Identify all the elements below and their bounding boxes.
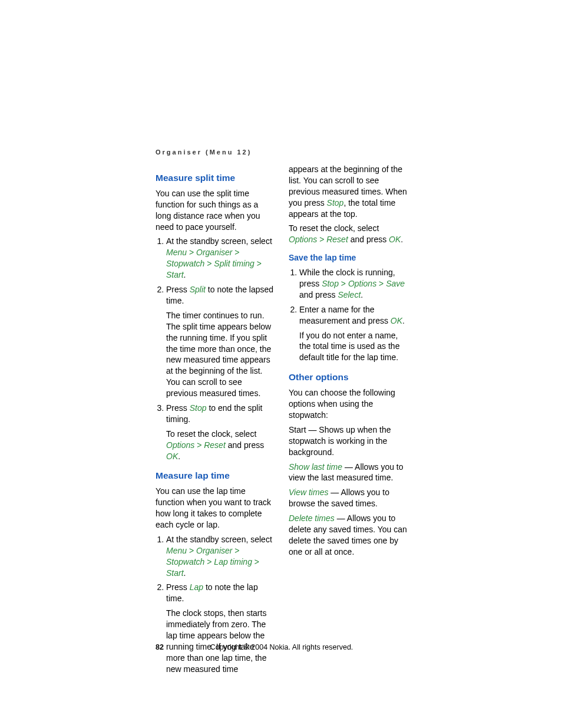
- ui-key: Stop: [322, 279, 339, 288]
- right-column: appears at the beginning of the list. Yo…: [289, 164, 408, 678]
- ui-key: Options: [348, 279, 376, 288]
- page-header: Organiser (Menu 12): [156, 149, 252, 156]
- heading-lap-time: Measure lap time: [156, 470, 275, 482]
- ui-key: Stopwatch: [166, 557, 204, 566]
- copyright-text: Copyright © 2004 Nokia. All rights reser…: [156, 643, 408, 651]
- list-item: Enter a name for the measurement and pre…: [299, 304, 408, 363]
- list-item: At the standby screen, select Menu > Org…: [166, 236, 275, 281]
- body-text: appears at the beginning of the list. Yo…: [289, 164, 408, 219]
- ui-key: Organiser: [196, 248, 232, 257]
- numbered-list: At the standby screen, select Menu > Org…: [156, 534, 275, 675]
- list-item: Press Stop to end the split timing. To r…: [166, 403, 275, 462]
- ui-key: Reset: [204, 440, 226, 450]
- body-text: If you do not enter a name, the total ti…: [299, 330, 408, 364]
- body-text: The clock stops, then starts immediately…: [166, 608, 275, 674]
- ui-key: OK: [391, 316, 402, 325]
- body-text: The timer continues to run. The split ti…: [166, 310, 275, 399]
- ui-key: Start: [166, 568, 184, 578]
- body-text: View times — Allows you to browse the sa…: [289, 487, 408, 509]
- ui-key: OK: [389, 235, 401, 244]
- list-item: Press Split to note the lapsed time. The…: [166, 284, 275, 399]
- ui-key: Stop: [190, 403, 207, 413]
- ui-key: Split: [190, 285, 206, 294]
- heading-split-time: Measure split time: [156, 172, 275, 185]
- list-item: Press Lap to note the lap time. The cloc…: [166, 582, 275, 674]
- body-text: Delete times — Allows you to delete any …: [289, 513, 408, 558]
- body-text: You can use the lap time function when y…: [156, 486, 275, 531]
- ui-key: Select: [338, 290, 361, 299]
- ui-key: Menu: [166, 248, 187, 257]
- ui-key: Stopwatch: [166, 259, 204, 268]
- ui-key: Show last time: [289, 462, 342, 472]
- ui-key: Organiser: [196, 546, 232, 555]
- list-item: While the clock is running, press Stop >…: [299, 267, 408, 301]
- body-text: Start — Shows up when the stopwatch is w…: [289, 424, 408, 458]
- left-column: Measure split time You can use the split…: [156, 164, 275, 678]
- body-text: You can use the split time function for …: [156, 188, 275, 233]
- ui-key: Options: [289, 235, 317, 244]
- ui-key: Menu: [166, 546, 187, 555]
- numbered-list: While the clock is running, press Stop >…: [289, 267, 408, 363]
- ui-key: Start: [166, 270, 184, 279]
- body-text: To reset the clock, select Options > Res…: [166, 429, 275, 462]
- body-text: To reset the clock, select Options > Res…: [289, 223, 408, 245]
- ui-key: Split timing: [214, 259, 254, 268]
- heading-save-lap: Save the lap time: [289, 252, 408, 263]
- heading-other-options: Other options: [289, 371, 408, 384]
- numbered-list: At the standby screen, select Menu > Org…: [156, 236, 275, 462]
- body-text: You can choose the following options whe…: [289, 387, 408, 421]
- ui-key: View times: [289, 487, 328, 497]
- ui-key: Delete times: [289, 513, 335, 523]
- ui-key: Save: [386, 279, 405, 288]
- ui-key: OK: [166, 452, 178, 461]
- ui-key: Lap timing: [214, 557, 252, 566]
- ui-key: Lap: [190, 582, 203, 592]
- ui-key: Options: [166, 440, 194, 450]
- ui-key: Reset: [326, 235, 348, 244]
- ui-key: Stop: [327, 198, 344, 207]
- list-item: At the standby screen, select Menu > Org…: [166, 534, 275, 579]
- body-text: Show last time — Allows you to view the …: [289, 462, 408, 484]
